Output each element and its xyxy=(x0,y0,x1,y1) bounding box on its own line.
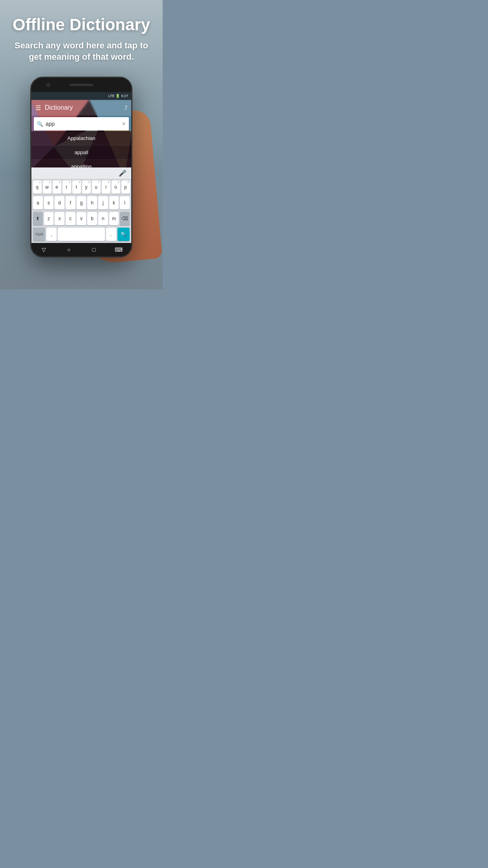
phone-camera xyxy=(46,83,50,87)
clear-icon[interactable]: ✕ xyxy=(122,121,126,127)
clock: 9:27 xyxy=(121,94,128,98)
key-w[interactable]: 2w xyxy=(43,180,51,194)
lte-indicator: LTE xyxy=(108,94,115,98)
menu-icon[interactable]: ☰ xyxy=(35,104,41,112)
word-text: appall xyxy=(75,149,88,155)
key-t[interactable]: 5t xyxy=(72,180,81,194)
key-m[interactable]: m xyxy=(109,212,119,225)
key-p[interactable]: 0p xyxy=(121,180,130,194)
keyboard-row-4: ?123 , . 🔍 xyxy=(31,226,131,243)
comma-key[interactable]: , xyxy=(46,228,57,241)
key-a[interactable]: a xyxy=(33,196,43,210)
keyboard-top-bar: 🎤 xyxy=(31,167,131,179)
status-icons: LTE 🔋 9:27 xyxy=(108,94,128,98)
key-d[interactable]: d xyxy=(55,196,64,210)
keyboard-button[interactable]: ⌨ xyxy=(113,246,125,254)
app-bar: ☰ Dictionary ⤴ xyxy=(31,100,131,116)
list-item[interactable]: appall xyxy=(31,145,131,160)
key-x[interactable]: x xyxy=(55,212,64,225)
app-title: Dictionary xyxy=(45,104,125,111)
word-text: Appalachian xyxy=(67,135,95,141)
share-icon[interactable]: ⤴ xyxy=(125,105,127,111)
search-bar[interactable]: 🔍 app ✕ xyxy=(34,117,129,131)
key-n[interactable]: n xyxy=(98,212,108,225)
delete-key[interactable]: ⌫ xyxy=(120,212,130,225)
key-r[interactable]: 4r xyxy=(62,180,71,194)
recents-button[interactable]: □ xyxy=(88,246,100,254)
key-q[interactable]: 1q xyxy=(33,180,42,194)
status-bar: LTE 🔋 9:27 xyxy=(31,92,131,100)
key-i[interactable]: 8i xyxy=(102,180,110,194)
hero-section: Offline Dictionary Search any word here … xyxy=(0,0,163,70)
key-l[interactable]: l xyxy=(120,196,130,210)
microphone-icon[interactable]: 🎤 xyxy=(119,169,127,177)
key-c[interactable]: c xyxy=(66,212,75,225)
shift-key[interactable]: ⬆ xyxy=(33,212,43,225)
keyboard: 🎤 1q 2w 3e 4r 5t 6y 7u 8i 9o 0p a xyxy=(31,167,131,243)
key-g[interactable]: g xyxy=(77,196,86,210)
list-item[interactable]: Appalachian xyxy=(31,131,131,145)
search-submit-key[interactable]: 🔍 xyxy=(117,228,130,241)
key-j[interactable]: j xyxy=(98,196,108,210)
hero-subtitle: Search any word here and tap to get mean… xyxy=(8,40,155,63)
hero-title: Offline Dictionary xyxy=(8,16,155,34)
key-e[interactable]: 3e xyxy=(53,180,61,194)
key-f[interactable]: f xyxy=(66,196,75,210)
phone-mockup: LTE 🔋 9:27 xyxy=(30,77,132,257)
phone-device: LTE 🔋 9:27 xyxy=(30,77,132,257)
home-button[interactable]: ○ xyxy=(63,246,75,254)
search-input[interactable]: app xyxy=(46,121,122,127)
key-o[interactable]: 9o xyxy=(112,180,120,194)
key-y[interactable]: 6y xyxy=(82,180,91,194)
keyboard-row-3: ⬆ z x c v b n m ⌫ xyxy=(31,211,131,226)
key-s[interactable]: s xyxy=(44,196,54,210)
key-v[interactable]: v xyxy=(77,212,86,225)
keyboard-row-1: 1q 2w 3e 4r 5t 6y 7u 8i 9o 0p xyxy=(31,179,131,195)
search-icon: 🔍 xyxy=(37,121,43,127)
keyboard-row-2: a s d f g h j k l xyxy=(31,195,131,211)
num-key[interactable]: ?123 xyxy=(33,228,45,241)
phone-speaker xyxy=(70,84,93,86)
phone-nav-bar: ▽ ○ □ ⌨ xyxy=(31,243,131,256)
key-k[interactable]: k xyxy=(109,196,119,210)
period-key[interactable]: . xyxy=(106,228,116,241)
phone-top-bezel xyxy=(31,78,131,92)
key-u[interactable]: 7u xyxy=(92,180,101,194)
key-z[interactable]: z xyxy=(44,212,54,225)
battery-icon: 🔋 xyxy=(116,94,120,98)
key-h[interactable]: h xyxy=(87,196,97,210)
space-key[interactable] xyxy=(58,228,105,241)
key-b[interactable]: b xyxy=(87,212,97,225)
back-button[interactable]: ▽ xyxy=(38,246,50,254)
